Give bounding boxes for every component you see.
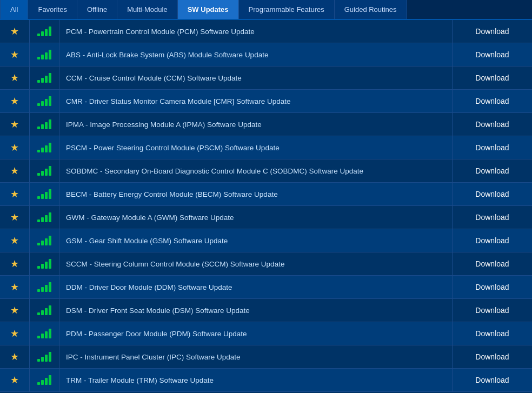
star-icon[interactable]: ★	[10, 118, 19, 130]
download-button[interactable]: Download	[452, 159, 532, 182]
download-button[interactable]: Download	[452, 136, 532, 159]
star-icon[interactable]: ★	[10, 142, 19, 154]
star-icon[interactable]: ★	[10, 95, 19, 107]
table-row: ★DDM - Driver Door Module (DDM) Software…	[0, 276, 532, 299]
star-icon[interactable]: ★	[10, 328, 19, 339]
signal-cell	[30, 206, 59, 229]
star-cell[interactable]: ★	[0, 90, 30, 112]
tab-programmable-features[interactable]: Programmable Features	[239, 0, 335, 19]
table-row: ★BECM - Battery Energy Control Module (B…	[0, 183, 532, 206]
download-button[interactable]: Download	[452, 183, 532, 205]
star-cell[interactable]: ★	[0, 299, 30, 322]
star-icon[interactable]: ★	[10, 281, 19, 293]
download-button[interactable]: Download	[452, 369, 532, 391]
module-name: IPMA - Image Processing Module A (IPMA) …	[59, 121, 452, 129]
signal-bars-icon	[37, 73, 51, 83]
table-row: ★CCM - Cruise Control Module (CCM) Softw…	[0, 66, 532, 90]
star-cell[interactable]: ★	[0, 252, 30, 275]
star-cell[interactable]: ★	[0, 20, 30, 43]
star-cell[interactable]: ★	[0, 322, 30, 345]
star-cell[interactable]: ★	[0, 43, 30, 66]
signal-bars-icon	[37, 259, 51, 269]
signal-cell	[30, 299, 59, 322]
tab-favorites[interactable]: Favorites	[28, 0, 77, 19]
star-cell[interactable]: ★	[0, 113, 30, 136]
table-row: ★PDM - Passenger Door Module (PDM) Softw…	[0, 322, 532, 345]
star-icon[interactable]: ★	[10, 258, 19, 270]
signal-cell	[30, 66, 59, 89]
signal-bars-icon	[37, 305, 51, 315]
table-row: ★PSCM - Power Steering Control Module (P…	[0, 136, 532, 159]
table-row: ★ABS - Anti-Lock Brake System (ABS) Modu…	[0, 43, 532, 66]
star-icon[interactable]: ★	[10, 49, 19, 61]
tab-all[interactable]: All	[0, 0, 28, 19]
star-icon[interactable]: ★	[10, 304, 19, 316]
download-button[interactable]: Download	[452, 43, 532, 66]
star-cell[interactable]: ★	[0, 183, 30, 205]
sw-updates-table: ★PCM - Powertrain Control Module (PCM) S…	[0, 20, 532, 392]
star-cell[interactable]: ★	[0, 136, 30, 159]
tab-sw-updates[interactable]: SW Updates	[178, 0, 239, 19]
signal-bars-icon	[37, 352, 51, 362]
star-cell[interactable]: ★	[0, 206, 30, 229]
signal-bars-icon	[37, 329, 51, 338]
download-button[interactable]: Download	[452, 322, 532, 345]
download-button[interactable]: Download	[452, 252, 532, 275]
download-button[interactable]: Download	[452, 345, 532, 368]
download-button[interactable]: Download	[452, 299, 532, 322]
star-icon[interactable]: ★	[10, 72, 19, 84]
download-button[interactable]: Download	[452, 229, 532, 252]
module-name: CCM - Cruise Control Module (CCM) Softwa…	[59, 74, 452, 82]
table-row: ★CMR - Driver Status Monitor Camera Modu…	[0, 90, 532, 113]
star-cell[interactable]: ★	[0, 369, 30, 391]
star-icon[interactable]: ★	[10, 351, 19, 363]
signal-bars-icon	[37, 50, 51, 59]
module-name: SCCM - Steering Column Control Module (S…	[59, 260, 452, 268]
table-row: ★IPMA - Image Processing Module A (IPMA)…	[0, 113, 532, 136]
star-icon[interactable]: ★	[10, 211, 19, 223]
signal-bars-icon	[37, 143, 51, 152]
table-row: ★IPC - Instrument Panel Cluster (IPC) So…	[0, 345, 532, 369]
download-button[interactable]: Download	[452, 206, 532, 229]
tab-multi-module[interactable]: Multi-Module	[117, 0, 177, 19]
signal-cell	[30, 20, 59, 43]
star-icon[interactable]: ★	[10, 374, 19, 386]
download-button[interactable]: Download	[452, 90, 532, 112]
module-name: SOBDMC - Secondary On-Board Diagnostic C…	[59, 167, 452, 175]
tab-guided-routines[interactable]: Guided Routines	[335, 0, 407, 19]
signal-bars-icon	[37, 96, 51, 106]
star-cell[interactable]: ★	[0, 159, 30, 182]
module-name: DDM - Driver Door Module (DDM) Software …	[59, 283, 452, 291]
download-button[interactable]: Download	[452, 276, 532, 298]
signal-cell	[30, 345, 59, 368]
signal-cell	[30, 159, 59, 182]
module-name: GSM - Gear Shift Module (GSM) Software U…	[59, 237, 452, 245]
star-cell[interactable]: ★	[0, 276, 30, 298]
table-row: ★GWM - Gateway Module A (GWM) Software U…	[0, 206, 532, 229]
star-icon[interactable]: ★	[10, 188, 19, 200]
tab-bar: AllFavoritesOfflineMulti-ModuleSW Update…	[0, 0, 532, 20]
module-name: IPC - Instrument Panel Cluster (IPC) Sof…	[59, 353, 452, 361]
download-button[interactable]: Download	[452, 66, 532, 89]
signal-cell	[30, 252, 59, 275]
download-button[interactable]: Download	[452, 20, 532, 43]
module-name: PCM - Powertrain Control Module (PCM) So…	[59, 28, 452, 36]
signal-cell	[30, 43, 59, 66]
signal-bars-icon	[37, 26, 51, 36]
star-icon[interactable]: ★	[10, 165, 19, 177]
star-icon[interactable]: ★	[10, 235, 19, 247]
star-cell[interactable]: ★	[0, 66, 30, 89]
signal-cell	[30, 136, 59, 159]
star-cell[interactable]: ★	[0, 345, 30, 368]
tab-offline[interactable]: Offline	[77, 0, 117, 19]
module-name: TRM - Trailer Module (TRM) Software Upda…	[59, 376, 452, 384]
star-icon[interactable]: ★	[10, 25, 19, 37]
table-row: ★GSM - Gear Shift Module (GSM) Software …	[0, 229, 532, 252]
signal-bars-icon	[37, 166, 51, 176]
download-button[interactable]: Download	[452, 113, 532, 136]
star-cell[interactable]: ★	[0, 229, 30, 252]
module-name: CMR - Driver Status Monitor Camera Modul…	[59, 97, 452, 105]
table-row: ★SCCM - Steering Column Control Module (…	[0, 252, 532, 276]
module-name: GWM - Gateway Module A (GWM) Software Up…	[59, 214, 452, 222]
table-row: ★SOBDMC - Secondary On-Board Diagnostic …	[0, 159, 532, 183]
